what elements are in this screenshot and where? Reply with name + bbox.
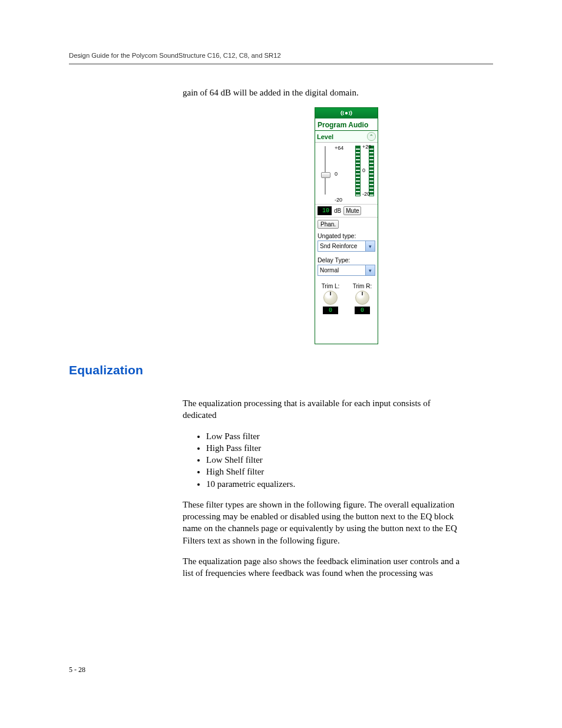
delay-type-select[interactable]: Normal ▾ (318, 265, 375, 276)
panel-icon-bar (315, 108, 378, 118)
level-label: Level (317, 133, 333, 140)
header-rule (69, 63, 493, 65)
chevron-down-icon[interactable]: ▾ (365, 241, 375, 251)
meter-left (355, 146, 361, 196)
trim-right-value[interactable]: 0 (355, 307, 370, 314)
level-section-header[interactable]: Level ⌃ (315, 131, 378, 143)
ungated-type-select[interactable]: Snd Reinforce ▾ (318, 241, 375, 252)
delay-type-label: Delay Type: (315, 254, 378, 264)
list-item: 10 parametric equalizers. (206, 478, 465, 490)
trim-knobs: Trim L: 0 Trim R: 0 (315, 278, 378, 317)
meter-scale: +20 0 -20 (362, 144, 371, 197)
chevron-down-icon[interactable]: ▾ (365, 265, 375, 275)
gain-slider[interactable] (318, 144, 333, 204)
collapse-icon[interactable]: ⌃ (367, 132, 376, 141)
phantom-button[interactable]: Phan. (318, 220, 339, 229)
trim-right: Trim R: 0 (349, 283, 375, 314)
trim-right-label: Trim R: (349, 283, 375, 289)
list-item: High Pass filter (206, 442, 465, 454)
eq-paragraph: These filter types are shown in the foll… (183, 499, 465, 546)
ungated-type-value: Snd Reinforce (318, 241, 365, 251)
list-item: High Shelf filter (206, 466, 465, 477)
trim-left-value[interactable]: 0 (323, 307, 338, 314)
delay-type-value: Normal (318, 265, 365, 275)
gain-db-input[interactable]: 10 (318, 206, 332, 215)
level-meters: +20 0 -20 (353, 144, 375, 204)
db-unit-label: dB (334, 207, 341, 214)
section-heading-equalization: Equalization (69, 363, 143, 377)
body-paragraph: gain of 64 dB will be added in the digit… (183, 87, 465, 98)
eq-filter-list: Low Pass filter High Pass filter Low She… (183, 430, 465, 490)
page-header: Design Guide for the Polycom SoundStruct… (69, 52, 281, 59)
db-row: 10 dB Mute (315, 205, 378, 218)
trim-left-knob[interactable] (323, 291, 338, 305)
gain-slider-thumb[interactable] (321, 172, 330, 178)
ungated-type-label: Ungated type: (315, 230, 378, 240)
panel-title: Program Audio (315, 118, 378, 131)
svg-point-0 (345, 112, 348, 114)
trim-left-label: Trim L: (318, 283, 343, 289)
eq-intro: The equalization processing that is avai… (183, 397, 465, 421)
page-number: 5 - 28 (69, 666, 85, 674)
gain-scale: +64 0 -20 (335, 144, 351, 204)
mute-button[interactable]: Mute (343, 206, 361, 215)
trim-right-knob[interactable] (355, 291, 369, 305)
list-item: Low Shelf filter (206, 454, 465, 466)
trim-left: Trim L: 0 (318, 283, 343, 314)
broadcast-icon (340, 110, 352, 117)
level-body: +64 0 -20 +20 0 -20 (315, 143, 378, 205)
eq-paragraph: The equalization page also shows the fee… (183, 555, 465, 579)
list-item: Low Pass filter (206, 430, 465, 442)
program-audio-panel: Program Audio Level ⌃ +64 0 -20 +20 0 (315, 107, 378, 344)
